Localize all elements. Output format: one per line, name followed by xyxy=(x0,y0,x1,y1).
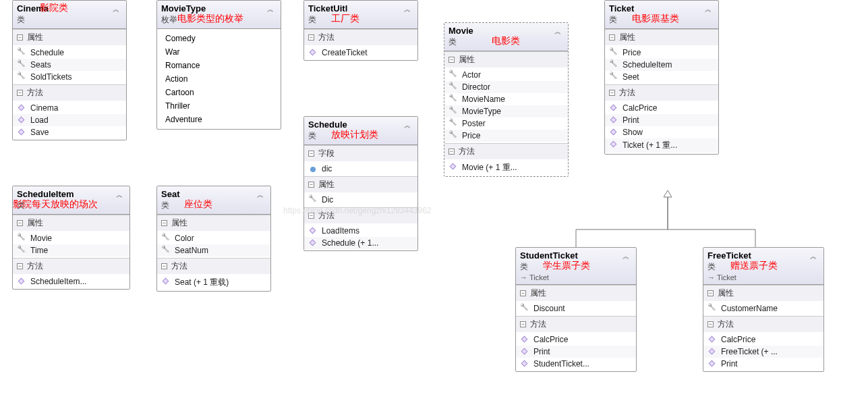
method-item: CalcPrice xyxy=(605,102,718,114)
red-label: 放映计划类 xyxy=(331,129,378,141)
property-item: Actor xyxy=(444,69,568,81)
section-methods[interactable]: −方法 xyxy=(13,258,129,274)
class-studentticket[interactable]: StudentTicket 类 →Ticket 学生票子类 ︽ −属性 Disc… xyxy=(515,247,637,372)
red-label: 学生票子类 xyxy=(543,260,590,272)
chevron-up-icon[interactable]: ︽ xyxy=(116,190,125,197)
property-item: Seet xyxy=(605,71,718,83)
method-item: Print xyxy=(605,114,718,126)
red-label: 电影类 xyxy=(492,35,520,47)
class-type: 类 xyxy=(17,14,122,26)
class-name: Movie xyxy=(449,26,564,36)
section-properties[interactable]: −属性 xyxy=(13,29,126,45)
property-item: Color xyxy=(157,232,270,244)
chevron-up-icon[interactable]: ︽ xyxy=(404,5,413,11)
method-item: StudentTicket... xyxy=(516,358,636,370)
chevron-up-icon[interactable]: ︽ xyxy=(705,5,714,11)
property-item: Movie xyxy=(13,232,129,244)
chevron-up-icon[interactable]: ︽ xyxy=(113,5,122,11)
method-item: CalcPrice xyxy=(516,333,636,346)
class-movietype[interactable]: MovieType 枚举 电影类型的枚举 ︽ Comedy War Romanc… xyxy=(156,0,281,130)
enum-item: Romance xyxy=(165,59,272,72)
property-item: Time xyxy=(13,244,129,256)
red-label: 座位类 xyxy=(184,198,212,211)
section-fields[interactable]: −字段 xyxy=(304,145,417,161)
class-name: Seat xyxy=(161,189,266,199)
property-item: Price xyxy=(605,47,718,59)
section-properties[interactable]: −属性 xyxy=(157,215,270,231)
section-properties[interactable]: −属性 xyxy=(703,285,823,301)
section-methods[interactable]: −方法 xyxy=(605,84,718,101)
method-item: LoadItems xyxy=(304,225,417,237)
property-item: ScheduleItem xyxy=(605,59,718,71)
class-movie[interactable]: Movie 类 电影类 ︽ −属性 Actor Director MovieNa… xyxy=(444,22,569,177)
class-name: MovieType xyxy=(161,3,277,14)
enum-item: Cartoon xyxy=(165,86,272,99)
section-properties[interactable]: −属性 xyxy=(444,51,568,68)
method-item: CreateTicket xyxy=(304,47,417,59)
method-item: Movie (+ 1 重... xyxy=(444,161,568,175)
property-item: MovieName xyxy=(444,93,568,105)
class-name: Schedule xyxy=(308,119,413,130)
class-ticket[interactable]: Ticket 类 电影票基类 ︽ −属性 Price ScheduleItem … xyxy=(604,0,719,155)
class-name: ScheduleItem xyxy=(17,189,125,199)
method-item: ScheduleItem... xyxy=(13,275,129,288)
method-item: Save xyxy=(13,126,126,138)
method-item: Cinema xyxy=(13,102,126,114)
inherits-label: →Ticket xyxy=(707,273,819,281)
class-name: FreeTicket xyxy=(707,250,819,261)
section-methods[interactable]: −方法 xyxy=(444,143,568,159)
method-item: Print xyxy=(516,346,636,358)
enum-item: Thriller xyxy=(165,99,272,113)
class-cinema[interactable]: Cinema 类 影院类 ︽ −属性 Schedule Seats SoldTi… xyxy=(12,0,127,140)
enum-item: Adventure xyxy=(165,113,272,126)
section-methods[interactable]: −方法 xyxy=(516,316,636,332)
chevron-up-icon[interactable]: ︽ xyxy=(810,252,819,259)
method-item: FreeTicket (+ ... xyxy=(703,346,823,358)
class-type: 类 xyxy=(308,14,413,26)
method-item: Print xyxy=(703,358,823,370)
class-type: 类 xyxy=(161,200,266,211)
chevron-up-icon[interactable]: ︽ xyxy=(257,190,266,197)
section-properties[interactable]: −属性 xyxy=(304,176,417,192)
red-label: 电影类型的枚举 xyxy=(177,13,243,25)
red-label: 影院每天放映的场次 xyxy=(13,198,98,211)
property-item: CustomerName xyxy=(703,302,823,315)
chevron-up-icon[interactable]: ︽ xyxy=(404,121,413,128)
method-item: Load xyxy=(13,114,126,126)
enum-item: Comedy xyxy=(165,32,272,45)
method-item: CalcPrice xyxy=(703,333,823,346)
class-scheduleitem[interactable]: ScheduleItem 类 影院每天放映的场次 ︽ −属性 Movie Tim… xyxy=(12,186,130,290)
method-item: Schedule (+ 1... xyxy=(304,237,417,249)
property-item: Discount xyxy=(516,302,636,315)
section-methods[interactable]: −方法 xyxy=(304,29,417,45)
property-item: MovieType xyxy=(444,105,568,117)
section-properties[interactable]: −属性 xyxy=(13,215,129,231)
property-item: Seats xyxy=(13,59,126,71)
property-item: Dic xyxy=(304,194,417,206)
chevron-up-icon[interactable]: ︽ xyxy=(623,252,632,259)
enum-item: Action xyxy=(165,72,272,86)
section-methods[interactable]: −方法 xyxy=(703,316,823,332)
inherits-label: →Ticket xyxy=(520,273,632,281)
field-item: dic xyxy=(304,163,417,175)
class-ticketuitl[interactable]: TicketUitl 类 工厂类 ︽ −方法 CreateTicket xyxy=(303,0,418,61)
property-item: Director xyxy=(444,81,568,93)
chevron-up-icon[interactable]: ︽ xyxy=(267,5,277,11)
class-freeticket[interactable]: FreeTicket 类 →Ticket 赠送票子类 ︽ −属性 Custome… xyxy=(703,247,824,372)
method-item: Show xyxy=(605,126,718,138)
section-methods[interactable]: −方法 xyxy=(157,258,270,274)
red-label: 赠送票子类 xyxy=(730,260,778,272)
property-item: SoldTickets xyxy=(13,71,126,83)
chevron-up-icon[interactable]: ︽ xyxy=(554,27,564,34)
class-name: StudentTicket xyxy=(520,250,632,261)
property-item: Poster xyxy=(444,117,568,130)
class-seat[interactable]: Seat 类 座位类 ︽ −属性 Color SeatNum −方法 Seat … xyxy=(156,186,271,292)
section-methods[interactable]: −方法 xyxy=(13,84,126,101)
section-properties[interactable]: −属性 xyxy=(605,29,718,45)
property-item: Schedule xyxy=(13,47,126,59)
enum-item: War xyxy=(165,45,272,59)
red-label: 电影票基类 xyxy=(632,13,679,25)
section-properties[interactable]: −属性 xyxy=(516,285,636,301)
method-item: Ticket (+ 1 重... xyxy=(605,138,718,153)
class-schedule[interactable]: Schedule 类 放映计划类 ︽ −字段 dic −属性 Dic −方法 L… xyxy=(303,116,418,251)
